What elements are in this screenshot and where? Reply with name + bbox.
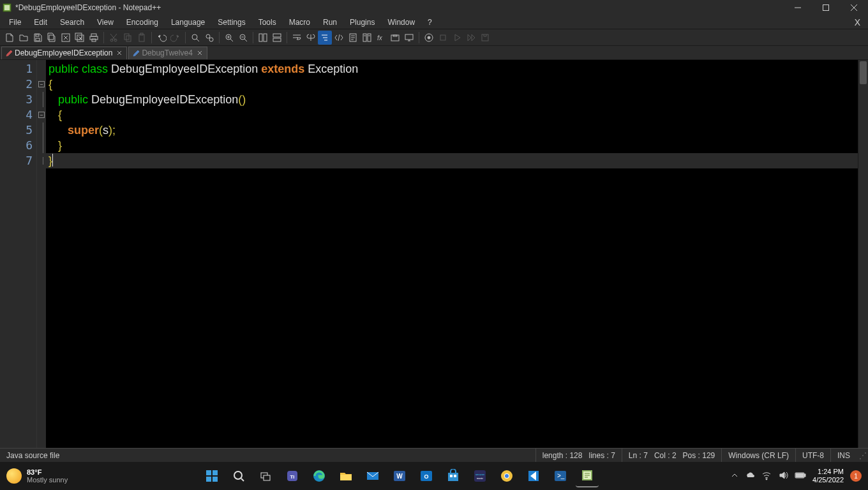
code-line[interactable]: super(s);	[46, 122, 858, 138]
save-all-icon[interactable]	[45, 31, 59, 45]
editor-area[interactable]: 1 2 3 4 5 6 7 public class DebugEmployee…	[0, 60, 868, 448]
doc-map-icon[interactable]	[346, 31, 360, 45]
word-wrap-icon[interactable]	[290, 31, 304, 45]
status-eol[interactable]: Windows (CR LF)	[721, 449, 795, 462]
run-macro-multiple-icon[interactable]	[464, 31, 478, 45]
battery-icon[interactable]	[795, 471, 806, 480]
menu-encoding[interactable]: Encoding	[120, 17, 165, 28]
line-number: 6	[0, 138, 36, 153]
taskbar-app-notepadpp[interactable]	[576, 464, 599, 487]
sync-vert-icon[interactable]	[256, 31, 270, 45]
taskbar-app-edge[interactable]	[308, 464, 331, 487]
menu-window[interactable]: Window	[381, 17, 421, 28]
code-line[interactable]: {	[46, 77, 858, 92]
maximize-button[interactable]	[812, 0, 840, 15]
folder-workspace-icon[interactable]	[388, 31, 402, 45]
fold-toggle-icon[interactable]	[38, 81, 45, 87]
start-button[interactable]	[200, 464, 223, 487]
function-list-icon[interactable]: fx	[374, 31, 388, 45]
zoom-in-icon[interactable]	[222, 31, 236, 45]
monitor-icon[interactable]	[402, 31, 416, 45]
stop-macro-icon[interactable]	[436, 31, 450, 45]
taskbar-app-terminal[interactable]: >_	[549, 464, 572, 487]
svg-text:W: W	[396, 473, 403, 480]
search-icon[interactable]	[227, 464, 250, 487]
taskbar-app-amazon-music[interactable]: amazonmusic	[468, 464, 491, 487]
code-line[interactable]: }	[46, 153, 858, 168]
code-line[interactable]: public class DebugEmployeeIDException ex…	[46, 61, 858, 77]
close-file-icon[interactable]	[59, 31, 73, 45]
code-line[interactable]: {	[46, 107, 858, 122]
onedrive-icon[interactable]	[745, 470, 755, 482]
minimize-button[interactable]	[784, 0, 812, 15]
svg-rect-71	[206, 477, 211, 482]
taskbar-app-chrome[interactable]	[495, 464, 518, 487]
taskbar-weather[interactable]: 83°F Mostly sunny	[0, 468, 74, 484]
svg-rect-106	[796, 473, 804, 477]
record-macro-icon[interactable]	[422, 31, 436, 45]
tab-debugtwelve4[interactable]: DebugTwelve4	[128, 47, 207, 59]
replace-icon[interactable]	[202, 31, 216, 45]
code-content[interactable]: public class DebugEmployeeIDException ex…	[46, 60, 858, 448]
tab-close-icon[interactable]	[197, 50, 203, 56]
wifi-icon[interactable]	[761, 470, 772, 482]
taskbar-app-store[interactable]	[442, 464, 465, 487]
taskbar-app-teams[interactable]: Ti	[281, 464, 304, 487]
svg-rect-64	[482, 34, 488, 41]
tab-close-icon[interactable]	[116, 50, 123, 56]
taskbar-app-mail[interactable]	[361, 464, 384, 487]
menu-tools[interactable]: Tools	[252, 17, 283, 28]
svg-rect-39	[264, 34, 267, 41]
doc-list-icon[interactable]	[360, 31, 374, 45]
volume-icon[interactable]	[778, 470, 788, 482]
code-line[interactable]: public DebugEmployeeIDException()	[46, 92, 858, 107]
vertical-scrollbar[interactable]	[858, 60, 868, 448]
sync-horiz-icon[interactable]	[270, 31, 284, 45]
undo-icon[interactable]	[154, 31, 168, 45]
tray-chevron-icon[interactable]	[731, 471, 738, 480]
resize-grip-icon[interactable]: ⋰	[857, 451, 868, 460]
paste-icon[interactable]	[135, 31, 149, 45]
taskbar-clock[interactable]: 1:24 PM 4/25/2022	[812, 468, 844, 484]
status-mode[interactable]: INS	[830, 449, 857, 462]
doc-close-x[interactable]: X	[849, 17, 865, 27]
taskbar-app-outlook[interactable]: O	[415, 464, 438, 487]
task-view-icon[interactable]	[254, 464, 277, 487]
fold-toggle-icon[interactable]	[38, 112, 45, 118]
redo-icon[interactable]	[168, 31, 183, 45]
zoom-out-icon[interactable]	[236, 31, 250, 45]
close-button[interactable]	[840, 0, 868, 15]
menu-run[interactable]: Run	[317, 17, 343, 28]
menu-file[interactable]: File	[3, 17, 27, 28]
menu-language[interactable]: Language	[165, 17, 211, 28]
find-icon[interactable]	[188, 31, 202, 45]
open-folder-icon[interactable]	[17, 31, 31, 45]
copy-icon[interactable]	[121, 31, 135, 45]
save-icon[interactable]	[31, 31, 45, 45]
close-all-icon[interactable]	[73, 31, 87, 45]
play-macro-icon[interactable]	[450, 31, 464, 45]
scrollbar-thumb[interactable]	[860, 61, 867, 84]
tab-debugemployeeidexception[interactable]: DebugEmployeeIDException	[1, 47, 127, 59]
menu-help[interactable]: ?	[421, 17, 438, 28]
taskbar-app-explorer[interactable]	[334, 464, 357, 487]
cut-icon[interactable]	[107, 31, 121, 45]
taskbar-app-vscode[interactable]	[522, 464, 545, 487]
status-encoding[interactable]: UTF-8	[795, 449, 830, 462]
show-all-chars-icon[interactable]	[304, 31, 318, 45]
print-icon[interactable]	[87, 31, 101, 45]
code-line[interactable]: }	[46, 138, 858, 153]
notification-badge[interactable]: 1	[850, 470, 862, 482]
line-number: 7	[0, 153, 36, 168]
menu-settings[interactable]: Settings	[211, 17, 251, 28]
menu-view[interactable]: View	[91, 17, 120, 28]
menu-plugins[interactable]: Plugins	[343, 17, 381, 28]
menu-macro[interactable]: Macro	[283, 17, 317, 28]
show-indent-guide-icon[interactable]	[318, 31, 332, 45]
save-macro-icon[interactable]	[478, 31, 492, 45]
menu-edit[interactable]: Edit	[27, 17, 54, 28]
taskbar-app-word[interactable]: W	[388, 464, 411, 487]
code-icon[interactable]	[332, 31, 346, 45]
menu-search[interactable]: Search	[54, 17, 91, 28]
new-file-icon[interactable]	[3, 31, 17, 45]
